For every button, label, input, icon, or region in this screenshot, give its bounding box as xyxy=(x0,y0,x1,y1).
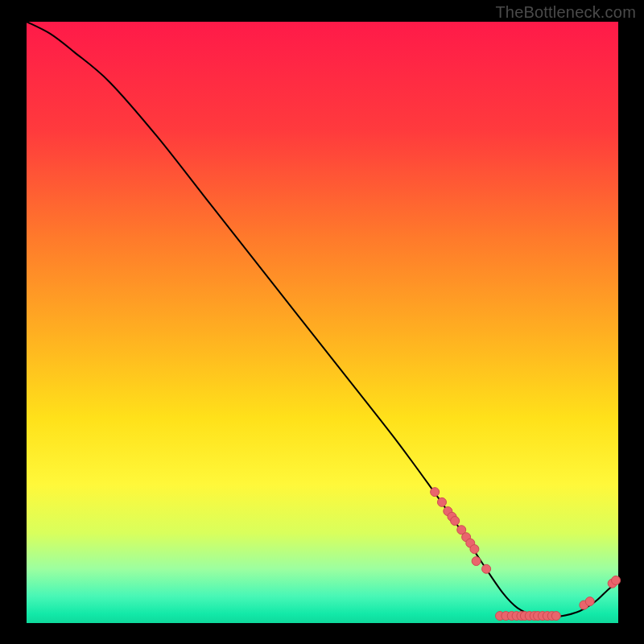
data-marker xyxy=(472,557,481,566)
data-marker xyxy=(451,517,460,526)
data-marker xyxy=(551,612,560,621)
data-marker xyxy=(585,597,594,606)
data-marker xyxy=(437,497,446,506)
data-marker xyxy=(482,564,491,573)
watermark-text: TheBottleneck.com xyxy=(495,3,636,22)
data-marker xyxy=(470,545,479,554)
data-marker xyxy=(612,576,621,584)
chart-container: { "watermark": "TheBottleneck.com", "col… xyxy=(0,0,644,644)
plot-background xyxy=(27,22,618,623)
data-marker xyxy=(431,488,440,497)
bottleneck-chart xyxy=(0,0,644,644)
